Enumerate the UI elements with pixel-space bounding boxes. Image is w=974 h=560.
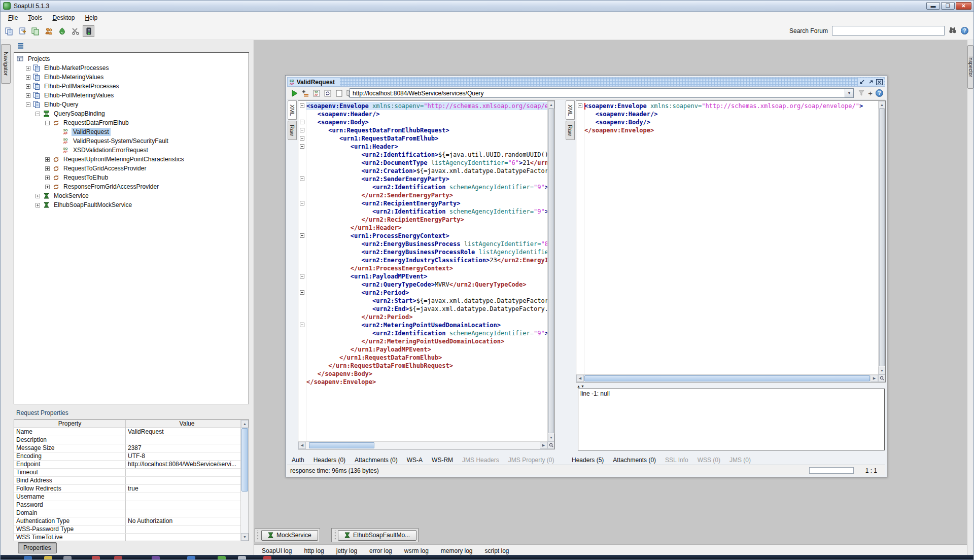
expand-plus-icon[interactable] <box>45 185 50 189</box>
request-xml-editor[interactable]: <soapenv:Envelope xmlns:soapenv="http://… <box>298 100 555 449</box>
inspector-tab[interactable]: Inspector <box>967 45 973 89</box>
menu-item-desktop[interactable]: Desktop <box>48 13 79 23</box>
menu-item-tools[interactable]: Tools <box>23 13 47 23</box>
xml-line[interactable]: <soapenv:Header/> <box>584 110 878 118</box>
tree-item-projects[interactable]: Projects <box>14 54 249 63</box>
xml-line[interactable]: <soapenv:Envelope xmlns:soapenv="http://… <box>584 102 878 110</box>
create-empty-request-icon[interactable] <box>334 89 343 98</box>
xml-line[interactable]: <soapenv:Header/> <box>306 110 547 118</box>
search-forum-input[interactable] <box>832 26 945 36</box>
scrollbar-thumb[interactable] <box>584 375 870 381</box>
request-tab-ws-rm[interactable]: WS-RM <box>432 457 453 464</box>
log-tab-wsrm-log[interactable]: wsrm log <box>404 547 429 554</box>
window-maximize-icon[interactable] <box>867 79 874 85</box>
expand-plus-icon[interactable] <box>36 203 40 207</box>
scrollbar-thumb[interactable] <box>309 442 374 448</box>
log-tab-soapui-log[interactable]: SoapUI log <box>262 547 292 554</box>
tree-item-responsefromgridaccessprovider[interactable]: ResponseFromGridAccessProvider <box>14 182 249 191</box>
splitter-up-icon[interactable]: ▲ <box>577 384 580 388</box>
collapse-minus-icon[interactable] <box>36 112 40 116</box>
zoom-corner-icon[interactable] <box>878 374 885 382</box>
taskbar-icon[interactable] <box>24 556 32 559</box>
import-project-icon[interactable] <box>17 25 28 37</box>
os-titlebar[interactable]: SoapUI 5.1.3 ▬ ❐ ✕ <box>1 1 973 12</box>
drag-grip-icon[interactable] <box>333 530 336 540</box>
table-row-name[interactable]: NameValidRequest <box>14 428 249 436</box>
expand-plus-icon[interactable] <box>26 66 30 71</box>
add-to-mockservice-icon[interactable]: SOAP <box>312 89 321 98</box>
xml-line[interactable]: <urn1:PayloadMPEvent> <box>306 272 547 281</box>
tree-item-validrequest-system-securityfault[interactable]: SOAPValidRequest-System/SecurityFault <box>14 136 249 146</box>
drag-grip-icon[interactable] <box>257 530 260 540</box>
tree-item-requesttogridaccessprovider[interactable]: RequestToGridAccessProvider <box>14 164 249 173</box>
collapse-minus-icon[interactable] <box>26 102 30 107</box>
xml-line[interactable]: </urn2:SenderEnergyParty> <box>306 191 547 199</box>
request-tab-auth[interactable]: Auth <box>292 457 304 464</box>
xml-line[interactable]: </urn:RequestDataFromElhubRequest> <box>306 362 547 370</box>
table-row-endpoint[interactable]: Endpointhttp://localhost:8084/WebService… <box>14 461 249 469</box>
request-tab-headers-0[interactable]: Headers (0) <box>314 457 345 464</box>
xml-line[interactable]: </urn1:PayloadMPEvent> <box>306 345 547 354</box>
new-soap-project-icon[interactable] <box>4 25 15 37</box>
fold-minus-icon[interactable] <box>300 103 304 108</box>
xml-line[interactable]: </urn1:ProcessEnergyContext> <box>306 264 547 272</box>
xml-line[interactable]: <urn2:Identification schemeAgencyIdentif… <box>306 329 547 337</box>
response-xml-editor[interactable]: <soapenv:Envelope xmlns:soapenv="http://… <box>576 100 886 382</box>
log-tab-script-log[interactable]: script log <box>485 547 509 554</box>
fold-minus-icon[interactable] <box>300 144 304 149</box>
tree-item-xsdvalidationerrorrequest[interactable]: SOAPXSDValidationErrorRequest <box>14 146 249 155</box>
request-tab-xml[interactable]: XML <box>288 100 297 120</box>
splitter-down-icon[interactable]: ▼ <box>581 384 584 388</box>
tree-item-requesttoelhub[interactable]: RequestToElhub <box>14 173 249 182</box>
log-tab-memory-log[interactable]: memory log <box>441 547 473 554</box>
xml-line[interactable]: <urn2:DocumentType listAgencyIdentifier=… <box>306 159 547 167</box>
xml-line[interactable]: <urn:RequestDataFromElhubRequest> <box>306 126 547 134</box>
xml-line[interactable]: <urn2:Period> <box>306 289 547 297</box>
menu-item-help[interactable]: Help <box>80 13 102 23</box>
xml-line[interactable]: <urn2:EnergyBusinessProcess listAgencyId… <box>306 240 547 248</box>
scroll-up-icon[interactable]: ▲ <box>548 101 554 109</box>
xml-line[interactable]: <urn2:End>${=javax.xml.datatype.Datatype… <box>306 305 547 313</box>
scrollbar-thumb[interactable] <box>241 428 248 492</box>
recreate-request-icon[interactable] <box>323 89 332 98</box>
fold-minus-icon[interactable] <box>300 233 304 238</box>
xml-line[interactable]: <urn2:Creation>${=javax.xml.datatype.Dat… <box>306 167 547 175</box>
table-row-username[interactable]: Username <box>14 493 249 501</box>
table-row-bind-address[interactable]: Bind Address <box>14 477 249 485</box>
fold-minus-icon[interactable] <box>300 290 304 295</box>
tree-item-requestupfrontmeteringpointcharacteristics[interactable]: RequestUpfrontMeteringPointCharacteristi… <box>14 155 249 164</box>
minimize-button[interactable]: ▬ <box>926 2 940 10</box>
menu-item-file[interactable]: File <box>4 13 22 23</box>
expand-plus-icon[interactable] <box>45 176 50 180</box>
fold-minus-icon[interactable] <box>300 323 304 327</box>
fold-minus-icon[interactable] <box>300 120 304 124</box>
xml-line[interactable]: </urn2:MeteringPointUsedDomainLocation> <box>306 337 547 345</box>
fold-minus-icon[interactable] <box>300 128 304 132</box>
submit-request-icon[interactable] <box>290 89 299 98</box>
xml-line[interactable]: </urn2:RecipientEnergyParty> <box>306 216 547 224</box>
request-tab-raw[interactable]: Raw <box>288 121 297 140</box>
scrollbar-thumb[interactable] <box>879 109 885 366</box>
log-tab-jetty-log[interactable]: jetty log <box>336 547 357 554</box>
xml-line[interactable]: <urn1:ProcessEnergyContext> <box>306 232 547 240</box>
table-row-follow-redirects[interactable]: Follow Redirectstrue <box>14 485 249 493</box>
soapui-web-icon[interactable] <box>56 25 68 37</box>
log-tab-http-log[interactable]: http log <box>304 547 324 554</box>
tree-item-elhub-pollmeteringvalues[interactable]: Elhub-PollMeteringValues <box>14 91 249 100</box>
tree-item-mockservice[interactable]: MockService <box>14 191 249 200</box>
table-row-wss-timetolive[interactable]: WSS TimeToLive <box>14 534 249 541</box>
xml-line[interactable]: <urn2:RecipientEnergyParty> <box>306 199 547 207</box>
request-xml-code[interactable]: <soapenv:Envelope xmlns:soapenv="http://… <box>306 102 547 441</box>
properties-scrollbar[interactable]: ▲ ▼ <box>240 420 249 541</box>
taskbar-icon[interactable] <box>263 556 271 559</box>
properties-toggle-button[interactable]: Properties <box>18 542 57 553</box>
taskbar-icon[interactable] <box>114 556 122 559</box>
binoculars-icon[interactable] <box>949 27 957 35</box>
xml-line[interactable]: <soapenv:Envelope xmlns:soapenv="http://… <box>306 102 547 110</box>
table-row-authentication-type[interactable]: Authentication TypeNo Authorization <box>14 517 249 526</box>
scrollbar-thumb[interactable] <box>548 109 554 433</box>
response-tab-raw[interactable]: Raw <box>566 121 575 140</box>
scroll-down-icon[interactable]: ▼ <box>548 434 554 441</box>
xml-line[interactable]: <urn2:EnergyBusinessProcessRole listAgen… <box>306 248 547 256</box>
response-splitter[interactable]: ▲▼ <box>577 383 584 389</box>
